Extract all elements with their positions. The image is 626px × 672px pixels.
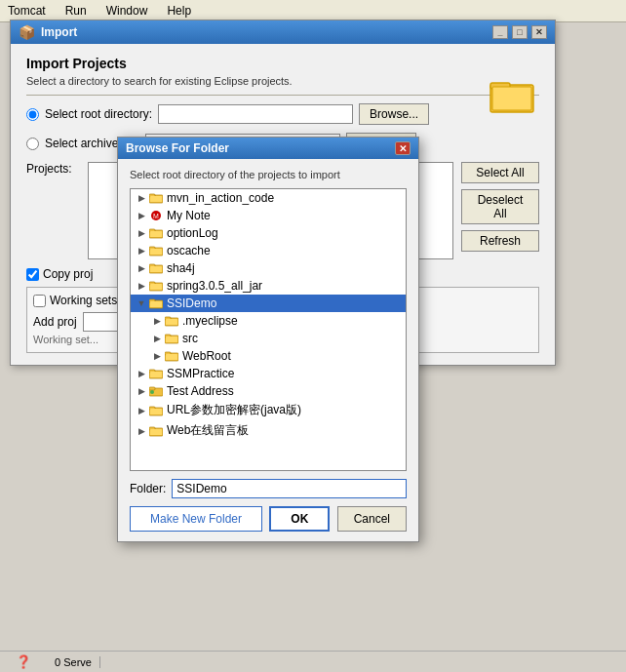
tree-item-label: sha4j <box>167 261 195 275</box>
radio-root-label: Select root directory: <box>45 107 152 121</box>
menu-run[interactable]: Run <box>61 2 91 20</box>
folder-label-row: Folder: <box>130 479 407 498</box>
ok-button[interactable]: OK <box>269 506 330 532</box>
import-title-bar: 📦 Import _ □ ✕ <box>11 20 555 44</box>
root-directory-input[interactable] <box>158 104 353 124</box>
tree-expand-icon: ▶ <box>150 349 164 363</box>
import-dialog-title: Import <box>41 25 77 39</box>
tree-item[interactable]: ▶ Web在线留言板 <box>131 420 406 441</box>
tree-item[interactable]: ▶ spring3.0.5_all_jar <box>131 277 406 295</box>
tree-expand-icon: ▶ <box>150 332 164 345</box>
tree-expand-icon: ▶ <box>135 367 148 380</box>
menu-tomcat[interactable]: Tomcat <box>4 2 50 20</box>
status-bar: ❓ 0 Serve <box>0 651 626 672</box>
tree-expand-icon: ▶ <box>135 226 148 240</box>
tree-item[interactable]: ▶ src <box>131 330 406 347</box>
tree-item[interactable]: ▶ oscache <box>131 242 406 259</box>
tree-expand-icon: ▶ <box>135 279 148 293</box>
menu-help[interactable]: Help <box>163 2 195 20</box>
browse-root-button[interactable]: Browse... <box>359 103 429 125</box>
svg-rect-5 <box>150 196 162 202</box>
folder-icon <box>148 424 164 437</box>
import-dialog-icon: 📦 <box>19 24 35 40</box>
folder-label-text: Folder: <box>130 482 166 495</box>
browse-close-button[interactable]: ✕ <box>395 141 411 155</box>
tree-item-label: Web在线留言板 <box>167 422 249 439</box>
radio-archive[interactable] <box>26 138 39 150</box>
tree-item-label: WebRoot <box>182 349 231 363</box>
tree-item[interactable]: ▶ M My Note <box>131 207 406 224</box>
tree-item-label: .myeclipse <box>182 314 238 328</box>
refresh-button[interactable]: Refresh <box>461 230 539 252</box>
tree-item[interactable]: ▶ .myeclipse <box>131 312 406 330</box>
working-sets-hint: Working set... <box>33 334 98 345</box>
svg-rect-13 <box>150 249 162 255</box>
status-help-icon: ❓ <box>8 654 39 669</box>
tree-item[interactable]: ▶ SSMPractice <box>131 365 406 382</box>
tree-expand-icon: ▶ <box>135 404 148 417</box>
copy-projects-label: Copy proj <box>43 267 93 281</box>
folder-icon <box>164 315 179 328</box>
folder-icon <box>164 333 179 345</box>
tree-expand-icon: ▶ <box>135 384 148 398</box>
browse-title-bar: Browse For Folder ✕ <box>118 138 418 159</box>
tree-item-label: oscache <box>167 244 211 257</box>
folder-icon <box>148 192 164 205</box>
working-sets-checkbox[interactable] <box>33 295 46 307</box>
projects-label: Projects: <box>26 162 80 259</box>
browse-button-row: Make New Folder OK Cancel <box>130 506 407 532</box>
svg-rect-36 <box>149 387 155 390</box>
folder-icon <box>148 297 164 310</box>
svg-text:M: M <box>153 213 159 219</box>
tree-expand-icon: ▶ <box>135 209 148 222</box>
close-button[interactable]: ✕ <box>531 25 547 39</box>
make-new-folder-button[interactable]: Make New Folder <box>130 506 262 532</box>
svg-rect-31 <box>166 354 177 360</box>
folder-icon <box>148 227 164 240</box>
tree-item-label: spring3.0.5_all_jar <box>167 279 262 293</box>
menu-window[interactable]: Window <box>102 2 152 20</box>
svg-rect-10 <box>150 231 162 237</box>
working-sets-label: Working sets <box>50 294 117 307</box>
folder-icon <box>148 262 164 275</box>
browse-instruction: Select root directory of the projects to… <box>130 169 407 180</box>
svg-rect-2 <box>492 87 531 110</box>
folder-icon <box>148 404 164 416</box>
tree-item[interactable]: ▶ optionLog <box>131 224 406 242</box>
tree-item-label: src <box>182 332 198 345</box>
copy-projects-checkbox[interactable] <box>26 268 39 281</box>
folder-icon <box>164 350 179 363</box>
tree-item-label: mvn_in_action_code <box>167 191 274 205</box>
folder-icon <box>148 245 164 257</box>
radio-root[interactable] <box>26 108 39 121</box>
tree-expand-icon: ▶ <box>135 191 148 205</box>
tree-item[interactable]: ▶ WebRoot <box>131 347 406 365</box>
deselect-all-button[interactable]: Deselect All <box>461 189 539 224</box>
folder-tree[interactable]: ▶ mvn_in_action_code▶ M My Note▶ optionL… <box>130 188 407 471</box>
select-all-button[interactable]: Select All <box>461 162 539 183</box>
tree-item[interactable]: ▶ Test Address <box>131 382 406 400</box>
svg-rect-25 <box>166 319 177 325</box>
tree-item-label: My Note <box>167 209 211 222</box>
tree-item-label: SSIDemo <box>167 296 216 310</box>
folder-icon: M <box>148 210 164 222</box>
cancel-browse-button[interactable]: Cancel <box>337 506 407 532</box>
svg-rect-34 <box>150 372 162 377</box>
svg-rect-43 <box>150 429 162 435</box>
svg-rect-19 <box>150 284 162 290</box>
tree-item-label: URL参数加密解密(java版) <box>167 402 301 418</box>
tree-item[interactable]: ▼ SSIDemo <box>131 295 406 312</box>
folder-icon <box>148 385 164 398</box>
browse-dialog: Browse For Folder ✕ Select root director… <box>117 137 419 542</box>
folder-icon <box>148 280 164 293</box>
svg-rect-16 <box>150 266 162 272</box>
maximize-button[interactable]: □ <box>512 25 528 39</box>
tree-item[interactable]: ▶ URL参数加密解密(java版) <box>131 400 406 420</box>
tree-item-label: optionLog <box>167 226 218 240</box>
minimize-button[interactable]: _ <box>492 25 508 39</box>
tree-item[interactable]: ▶ sha4j <box>131 259 406 277</box>
tree-item[interactable]: ▶ mvn_in_action_code <box>131 189 406 207</box>
tree-expand-icon: ▼ <box>135 296 148 310</box>
folder-input[interactable] <box>172 479 407 498</box>
svg-rect-22 <box>150 301 162 307</box>
